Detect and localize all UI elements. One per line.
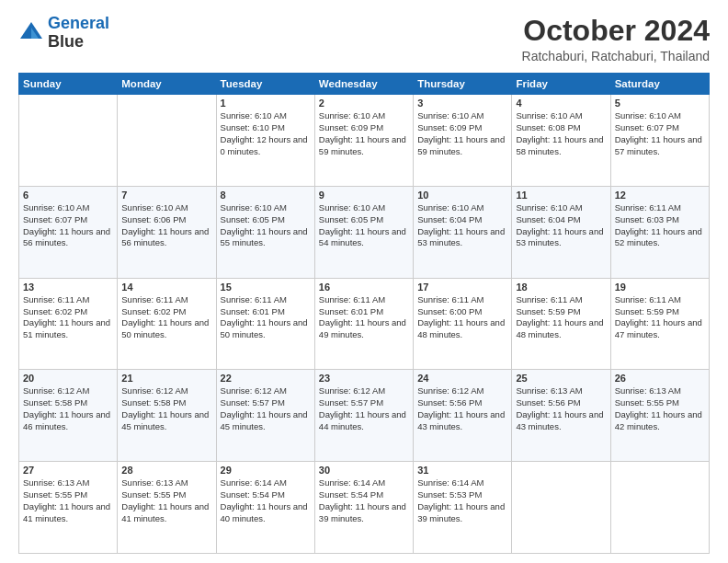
title-block: October 2024 Ratchaburi, Ratchaburi, Tha… <box>522 15 710 63</box>
calendar-cell <box>19 95 118 187</box>
sunrise-text: Sunrise: 6:10 AM <box>615 110 705 122</box>
weekday-header-cell: Wednesday <box>314 74 413 95</box>
calendar-cell: 9Sunrise: 6:10 AMSunset: 6:05 PMDaylight… <box>314 186 413 278</box>
daylight-text: Daylight: 11 hours and 59 minutes. <box>319 134 409 158</box>
sunrise-text: Sunrise: 6:11 AM <box>615 294 705 306</box>
calendar-week-row: 6Sunrise: 6:10 AMSunset: 6:07 PMDaylight… <box>19 186 710 278</box>
sunset-text: Sunset: 6:04 PM <box>417 214 507 226</box>
calendar-cell <box>610 462 709 554</box>
sunset-text: Sunset: 6:00 PM <box>417 306 507 318</box>
logo-icon <box>18 20 44 46</box>
sunrise-text: Sunrise: 6:14 AM <box>221 477 311 489</box>
daylight-text: Daylight: 11 hours and 58 minutes. <box>516 134 606 158</box>
sunset-text: Sunset: 6:02 PM <box>121 306 211 318</box>
calendar-cell: 14Sunrise: 6:11 AMSunset: 6:02 PMDayligh… <box>118 278 216 370</box>
sunset-text: Sunset: 5:55 PM <box>121 489 211 501</box>
calendar-cell <box>118 95 216 187</box>
day-number: 24 <box>417 373 507 384</box>
calendar-cell: 15Sunrise: 6:11 AMSunset: 6:01 PMDayligh… <box>216 278 314 370</box>
sunrise-text: Sunrise: 6:12 AM <box>23 385 113 397</box>
sunset-text: Sunset: 6:01 PM <box>319 306 409 318</box>
sunset-text: Sunset: 6:01 PM <box>221 306 311 318</box>
calendar-cell: 4Sunrise: 6:10 AMSunset: 6:08 PMDaylight… <box>512 95 610 187</box>
day-number: 8 <box>221 190 311 201</box>
sunset-text: Sunset: 5:56 PM <box>417 397 507 409</box>
calendar-cell: 31Sunrise: 6:14 AMSunset: 5:53 PMDayligh… <box>414 462 512 554</box>
calendar-cell: 10Sunrise: 6:10 AMSunset: 6:04 PMDayligh… <box>414 186 512 278</box>
calendar-table: SundayMondayTuesdayWednesdayThursdayFrid… <box>18 73 710 554</box>
calendar-cell: 27Sunrise: 6:13 AMSunset: 5:55 PMDayligh… <box>19 462 118 554</box>
sunset-text: Sunset: 6:04 PM <box>516 214 606 226</box>
calendar-cell: 23Sunrise: 6:12 AMSunset: 5:57 PMDayligh… <box>314 370 413 462</box>
day-number: 25 <box>516 373 606 384</box>
sunset-text: Sunset: 6:02 PM <box>23 306 113 318</box>
day-number: 5 <box>615 98 705 109</box>
daylight-text: Daylight: 11 hours and 59 minutes. <box>417 134 507 158</box>
day-number: 12 <box>615 190 705 201</box>
sunrise-text: Sunrise: 6:11 AM <box>221 294 311 306</box>
daylight-text: Daylight: 11 hours and 56 minutes. <box>121 226 211 250</box>
calendar-cell: 6Sunrise: 6:10 AMSunset: 6:07 PMDaylight… <box>19 186 118 278</box>
calendar-cell: 22Sunrise: 6:12 AMSunset: 5:57 PMDayligh… <box>216 370 314 462</box>
calendar-cell: 2Sunrise: 6:10 AMSunset: 6:09 PMDaylight… <box>314 95 413 187</box>
sunset-text: Sunset: 6:10 PM <box>221 122 311 134</box>
daylight-text: Daylight: 11 hours and 52 minutes. <box>615 226 705 250</box>
weekday-header-cell: Sunday <box>19 74 118 95</box>
sunset-text: Sunset: 6:05 PM <box>221 214 311 226</box>
sunrise-text: Sunrise: 6:13 AM <box>23 477 113 489</box>
sunrise-text: Sunrise: 6:10 AM <box>319 110 409 122</box>
day-number: 6 <box>23 190 113 201</box>
logo-text: General Blue <box>48 15 109 52</box>
daylight-text: Daylight: 11 hours and 46 minutes. <box>23 409 113 433</box>
sunrise-text: Sunrise: 6:10 AM <box>417 202 507 214</box>
calendar-cell: 21Sunrise: 6:12 AMSunset: 5:58 PMDayligh… <box>118 370 216 462</box>
calendar-cell: 20Sunrise: 6:12 AMSunset: 5:58 PMDayligh… <box>19 370 118 462</box>
calendar-week-row: 27Sunrise: 6:13 AMSunset: 5:55 PMDayligh… <box>19 462 710 554</box>
daylight-text: Daylight: 12 hours and 0 minutes. <box>221 134 311 158</box>
sunrise-text: Sunrise: 6:10 AM <box>319 202 409 214</box>
day-number: 23 <box>319 373 409 384</box>
page: General Blue October 2024 Ratchaburi, Ra… <box>0 0 728 563</box>
month-title: October 2024 <box>522 15 710 47</box>
sunset-text: Sunset: 5:54 PM <box>221 489 311 501</box>
sunrise-text: Sunrise: 6:11 AM <box>121 294 211 306</box>
sunrise-text: Sunrise: 6:11 AM <box>319 294 409 306</box>
calendar-cell: 3Sunrise: 6:10 AMSunset: 6:09 PMDaylight… <box>414 95 512 187</box>
sunset-text: Sunset: 6:09 PM <box>417 122 507 134</box>
calendar-cell: 18Sunrise: 6:11 AMSunset: 5:59 PMDayligh… <box>512 278 610 370</box>
sunrise-text: Sunrise: 6:13 AM <box>516 385 606 397</box>
day-number: 18 <box>516 282 606 293</box>
sunset-text: Sunset: 5:57 PM <box>221 397 311 409</box>
sunrise-text: Sunrise: 6:14 AM <box>417 477 507 489</box>
calendar-cell: 29Sunrise: 6:14 AMSunset: 5:54 PMDayligh… <box>216 462 314 554</box>
calendar-cell: 12Sunrise: 6:11 AMSunset: 6:03 PMDayligh… <box>610 186 709 278</box>
daylight-text: Daylight: 11 hours and 53 minutes. <box>417 226 507 250</box>
day-number: 21 <box>121 373 211 384</box>
sunset-text: Sunset: 6:05 PM <box>319 214 409 226</box>
daylight-text: Daylight: 11 hours and 44 minutes. <box>319 409 409 433</box>
sunrise-text: Sunrise: 6:12 AM <box>319 385 409 397</box>
sunset-text: Sunset: 6:08 PM <box>516 122 606 134</box>
day-number: 4 <box>516 98 606 109</box>
sunrise-text: Sunrise: 6:10 AM <box>221 110 311 122</box>
calendar-cell: 11Sunrise: 6:10 AMSunset: 6:04 PMDayligh… <box>512 186 610 278</box>
daylight-text: Daylight: 11 hours and 42 minutes. <box>615 409 705 433</box>
sunrise-text: Sunrise: 6:10 AM <box>417 110 507 122</box>
daylight-text: Daylight: 11 hours and 41 minutes. <box>23 501 113 525</box>
sunset-text: Sunset: 6:07 PM <box>615 122 705 134</box>
calendar-cell: 13Sunrise: 6:11 AMSunset: 6:02 PMDayligh… <box>19 278 118 370</box>
calendar-cell: 8Sunrise: 6:10 AMSunset: 6:05 PMDaylight… <box>216 186 314 278</box>
weekday-header-cell: Tuesday <box>216 74 314 95</box>
header: General Blue October 2024 Ratchaburi, Ra… <box>18 15 710 63</box>
daylight-text: Daylight: 11 hours and 45 minutes. <box>221 409 311 433</box>
calendar-cell: 30Sunrise: 6:14 AMSunset: 5:54 PMDayligh… <box>314 462 413 554</box>
calendar-cell: 19Sunrise: 6:11 AMSunset: 5:59 PMDayligh… <box>610 278 709 370</box>
day-number: 1 <box>221 98 311 109</box>
sunrise-text: Sunrise: 6:11 AM <box>23 294 113 306</box>
weekday-header-cell: Friday <box>512 74 610 95</box>
sunset-text: Sunset: 5:56 PM <box>516 397 606 409</box>
daylight-text: Daylight: 11 hours and 40 minutes. <box>221 501 311 525</box>
sunrise-text: Sunrise: 6:12 AM <box>417 385 507 397</box>
calendar-cell: 28Sunrise: 6:13 AMSunset: 5:55 PMDayligh… <box>118 462 216 554</box>
sunrise-text: Sunrise: 6:10 AM <box>516 110 606 122</box>
